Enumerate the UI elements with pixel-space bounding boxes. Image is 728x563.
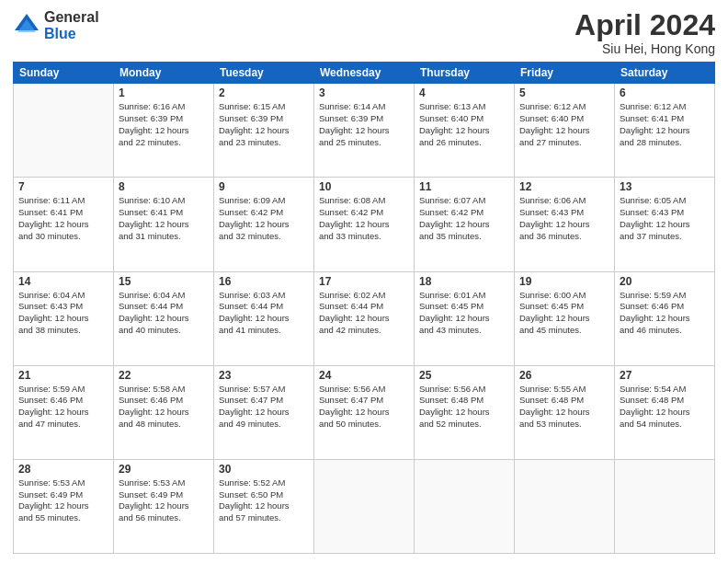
day-info: Sunrise: 5:59 AM Sunset: 6:46 PM Dayligh… [18, 384, 108, 431]
day-info: Sunrise: 5:53 AM Sunset: 6:49 PM Dayligh… [18, 477, 108, 524]
day-info: Sunrise: 5:55 AM Sunset: 6:48 PM Dayligh… [519, 384, 609, 431]
calendar-cell: 25Sunrise: 5:56 AM Sunset: 6:48 PM Dayli… [415, 365, 515, 459]
day-number: 12 [519, 180, 609, 193]
calendar-cell [415, 459, 515, 553]
day-info: Sunrise: 6:10 AM Sunset: 6:41 PM Dayligh… [119, 195, 209, 242]
day-info: Sunrise: 6:04 AM Sunset: 6:44 PM Dayligh… [119, 290, 209, 337]
day-info: Sunrise: 6:02 AM Sunset: 6:44 PM Dayligh… [319, 290, 409, 337]
calendar-cell [314, 459, 415, 553]
weekday-header: Tuesday [214, 63, 314, 84]
calendar-cell: 3Sunrise: 6:14 AM Sunset: 6:39 PM Daylig… [314, 84, 415, 178]
calendar-cell: 14Sunrise: 6:04 AM Sunset: 6:43 PM Dayli… [14, 271, 114, 365]
calendar-cell: 18Sunrise: 6:01 AM Sunset: 6:45 PM Dayli… [415, 271, 515, 365]
day-info: Sunrise: 6:06 AM Sunset: 6:43 PM Dayligh… [519, 195, 609, 242]
day-number: 23 [219, 369, 309, 382]
day-info: Sunrise: 6:03 AM Sunset: 6:44 PM Dayligh… [219, 290, 309, 337]
weekday-header: Friday [515, 63, 615, 84]
calendar-table: SundayMondayTuesdayWednesdayThursdayFrid… [13, 62, 715, 554]
calendar-cell: 7Sunrise: 6:11 AM Sunset: 6:41 PM Daylig… [14, 178, 114, 271]
day-number: 21 [18, 369, 108, 382]
calendar-cell: 21Sunrise: 5:59 AM Sunset: 6:46 PM Dayli… [14, 365, 114, 459]
day-number: 15 [119, 275, 209, 288]
calendar-cell [515, 459, 615, 553]
calendar-cell: 23Sunrise: 5:57 AM Sunset: 6:47 PM Dayli… [214, 365, 314, 459]
calendar-cell: 26Sunrise: 5:55 AM Sunset: 6:48 PM Dayli… [515, 365, 615, 459]
day-number: 29 [119, 463, 209, 476]
month-year: April 2024 [574, 9, 715, 41]
day-number: 24 [319, 369, 409, 382]
day-info: Sunrise: 5:58 AM Sunset: 6:46 PM Dayligh… [119, 384, 209, 431]
calendar-cell: 2Sunrise: 6:15 AM Sunset: 6:39 PM Daylig… [214, 84, 314, 178]
day-number: 22 [119, 369, 209, 382]
day-number: 1 [119, 86, 209, 99]
day-info: Sunrise: 6:14 AM Sunset: 6:39 PM Dayligh… [319, 101, 409, 148]
calendar-week-row: 21Sunrise: 5:59 AM Sunset: 6:46 PM Dayli… [14, 365, 715, 459]
calendar-cell: 24Sunrise: 5:56 AM Sunset: 6:47 PM Dayli… [314, 365, 415, 459]
calendar-cell: 27Sunrise: 5:54 AM Sunset: 6:48 PM Dayli… [615, 365, 715, 459]
calendar-cell: 28Sunrise: 5:53 AM Sunset: 6:49 PM Dayli… [14, 459, 114, 553]
day-number: 20 [620, 275, 710, 288]
calendar-cell [615, 459, 715, 553]
day-number: 7 [18, 180, 108, 193]
header-row: SundayMondayTuesdayWednesdayThursdayFrid… [14, 63, 715, 84]
weekday-header: Saturday [615, 63, 715, 84]
calendar-cell: 29Sunrise: 5:53 AM Sunset: 6:49 PM Dayli… [114, 459, 214, 553]
day-number: 18 [419, 275, 509, 288]
calendar-cell: 30Sunrise: 5:52 AM Sunset: 6:50 PM Dayli… [214, 459, 314, 553]
day-number: 2 [219, 86, 309, 99]
calendar-cell: 19Sunrise: 6:00 AM Sunset: 6:45 PM Dayli… [515, 271, 615, 365]
day-info: Sunrise: 6:07 AM Sunset: 6:42 PM Dayligh… [419, 195, 509, 242]
day-number: 30 [219, 463, 309, 476]
weekday-header: Monday [114, 63, 214, 84]
day-number: 11 [419, 180, 509, 193]
calendar-cell: 1Sunrise: 6:16 AM Sunset: 6:39 PM Daylig… [114, 84, 214, 178]
day-number: 6 [620, 86, 710, 99]
weekday-header: Wednesday [314, 63, 415, 84]
calendar-cell: 6Sunrise: 6:12 AM Sunset: 6:41 PM Daylig… [615, 84, 715, 178]
logo-text: General Blue [44, 9, 99, 41]
day-info: Sunrise: 6:16 AM Sunset: 6:39 PM Dayligh… [119, 101, 209, 148]
weekday-header: Thursday [415, 63, 515, 84]
day-number: 8 [119, 180, 209, 193]
day-info: Sunrise: 5:57 AM Sunset: 6:47 PM Dayligh… [219, 384, 309, 431]
day-number: 10 [319, 180, 409, 193]
day-number: 14 [18, 275, 108, 288]
day-info: Sunrise: 5:59 AM Sunset: 6:46 PM Dayligh… [620, 290, 710, 337]
day-info: Sunrise: 5:53 AM Sunset: 6:49 PM Dayligh… [119, 477, 209, 524]
calendar-cell: 10Sunrise: 6:08 AM Sunset: 6:42 PM Dayli… [314, 178, 415, 271]
main-container: General Blue April 2024 Siu Hei, Hong Ko… [0, 0, 728, 563]
logo: General Blue [13, 9, 99, 41]
calendar-cell: 13Sunrise: 6:05 AM Sunset: 6:43 PM Dayli… [615, 178, 715, 271]
calendar-week-row: 14Sunrise: 6:04 AM Sunset: 6:43 PM Dayli… [14, 271, 715, 365]
day-info: Sunrise: 6:11 AM Sunset: 6:41 PM Dayligh… [18, 195, 108, 242]
location: Siu Hei, Hong Kong [574, 41, 715, 56]
calendar-cell: 20Sunrise: 5:59 AM Sunset: 6:46 PM Dayli… [615, 271, 715, 365]
calendar-cell: 4Sunrise: 6:13 AM Sunset: 6:40 PM Daylig… [415, 84, 515, 178]
calendar-cell: 15Sunrise: 6:04 AM Sunset: 6:44 PM Dayli… [114, 271, 214, 365]
day-info: Sunrise: 6:13 AM Sunset: 6:40 PM Dayligh… [419, 101, 509, 148]
calendar-week-row: 1Sunrise: 6:16 AM Sunset: 6:39 PM Daylig… [14, 84, 715, 178]
logo-icon [13, 12, 40, 40]
day-info: Sunrise: 6:00 AM Sunset: 6:45 PM Dayligh… [519, 290, 609, 337]
day-number: 13 [620, 180, 710, 193]
day-number: 28 [18, 463, 108, 476]
day-info: Sunrise: 6:05 AM Sunset: 6:43 PM Dayligh… [620, 195, 710, 242]
day-number: 19 [519, 275, 609, 288]
day-info: Sunrise: 6:12 AM Sunset: 6:41 PM Dayligh… [620, 101, 710, 148]
day-info: Sunrise: 5:52 AM Sunset: 6:50 PM Dayligh… [219, 477, 309, 524]
day-info: Sunrise: 6:15 AM Sunset: 6:39 PM Dayligh… [219, 101, 309, 148]
calendar-cell: 5Sunrise: 6:12 AM Sunset: 6:40 PM Daylig… [515, 84, 615, 178]
day-number: 25 [419, 369, 509, 382]
calendar-week-row: 7Sunrise: 6:11 AM Sunset: 6:41 PM Daylig… [14, 178, 715, 271]
day-number: 17 [319, 275, 409, 288]
day-number: 9 [219, 180, 309, 193]
logo-general: General [44, 9, 99, 26]
day-info: Sunrise: 6:12 AM Sunset: 6:40 PM Dayligh… [519, 101, 609, 148]
day-info: Sunrise: 6:09 AM Sunset: 6:42 PM Dayligh… [219, 195, 309, 242]
day-info: Sunrise: 5:56 AM Sunset: 6:47 PM Dayligh… [319, 384, 409, 431]
title-block: April 2024 Siu Hei, Hong Kong [574, 9, 715, 56]
day-number: 16 [219, 275, 309, 288]
logo-blue: Blue [44, 26, 99, 42]
day-number: 5 [519, 86, 609, 99]
calendar-cell: 11Sunrise: 6:07 AM Sunset: 6:42 PM Dayli… [415, 178, 515, 271]
